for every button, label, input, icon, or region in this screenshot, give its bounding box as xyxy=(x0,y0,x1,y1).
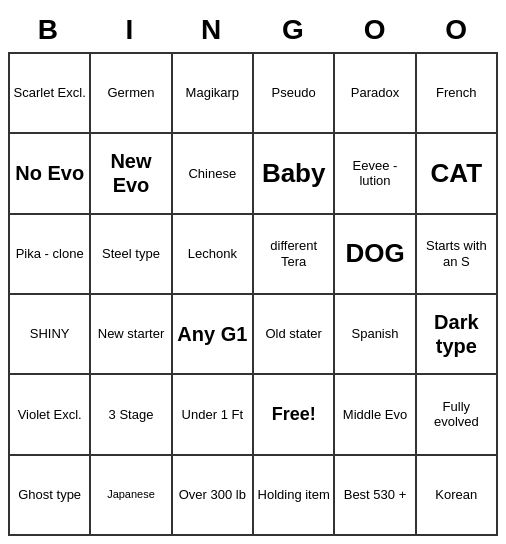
bingo-cell-7: New Evo xyxy=(91,134,172,214)
bingo-cell-24: Violet Excl. xyxy=(10,375,91,455)
bingo-card: B I N G O O Scarlet Excl.GermenMagikarpP… xyxy=(8,8,498,536)
bingo-cell-28: Middle Evo xyxy=(335,375,416,455)
bingo-cell-25: 3 Stage xyxy=(91,375,172,455)
bingo-grid: Scarlet Excl.GermenMagikarpPseudoParadox… xyxy=(8,52,498,536)
bingo-cell-16: DOG xyxy=(335,215,416,295)
bingo-cell-22: Spanish xyxy=(335,295,416,375)
bingo-cell-0: Scarlet Excl. xyxy=(10,54,91,134)
bingo-cell-4: Paradox xyxy=(335,54,416,134)
bingo-cell-14: Lechonk xyxy=(173,215,254,295)
bingo-cell-27: Free! xyxy=(254,375,335,455)
bingo-cell-19: New starter xyxy=(91,295,172,375)
bingo-header: B I N G O O xyxy=(8,8,498,52)
bingo-cell-26: Under 1 Ft xyxy=(173,375,254,455)
bingo-cell-6: No Evo xyxy=(10,134,91,214)
bingo-cell-21: Old stater xyxy=(254,295,335,375)
header-b: B xyxy=(8,8,90,52)
header-n: N xyxy=(171,8,253,52)
bingo-cell-12: Pika - clone xyxy=(10,215,91,295)
bingo-cell-35: Korean xyxy=(417,456,498,536)
bingo-cell-1: Germen xyxy=(91,54,172,134)
bingo-cell-31: Japanese xyxy=(91,456,172,536)
bingo-cell-29: Fully evolved xyxy=(417,375,498,455)
bingo-cell-13: Steel type xyxy=(91,215,172,295)
bingo-cell-8: Chinese xyxy=(173,134,254,214)
bingo-cell-11: CAT xyxy=(417,134,498,214)
header-o2: O xyxy=(416,8,498,52)
header-g: G xyxy=(253,8,335,52)
header-o1: O xyxy=(335,8,417,52)
bingo-cell-23: Dark type xyxy=(417,295,498,375)
bingo-cell-17: Starts with an S xyxy=(417,215,498,295)
bingo-cell-2: Magikarp xyxy=(173,54,254,134)
bingo-cell-5: French xyxy=(417,54,498,134)
bingo-cell-18: SHINY xyxy=(10,295,91,375)
bingo-cell-20: Any G1 xyxy=(173,295,254,375)
bingo-cell-34: Best 530 + xyxy=(335,456,416,536)
bingo-cell-15: different Tera xyxy=(254,215,335,295)
bingo-cell-9: Baby xyxy=(254,134,335,214)
bingo-cell-3: Pseudo xyxy=(254,54,335,134)
header-i: I xyxy=(90,8,172,52)
bingo-cell-30: Ghost type xyxy=(10,456,91,536)
bingo-cell-32: Over 300 lb xyxy=(173,456,254,536)
bingo-cell-10: Eevee - lution xyxy=(335,134,416,214)
bingo-cell-33: Holding item xyxy=(254,456,335,536)
